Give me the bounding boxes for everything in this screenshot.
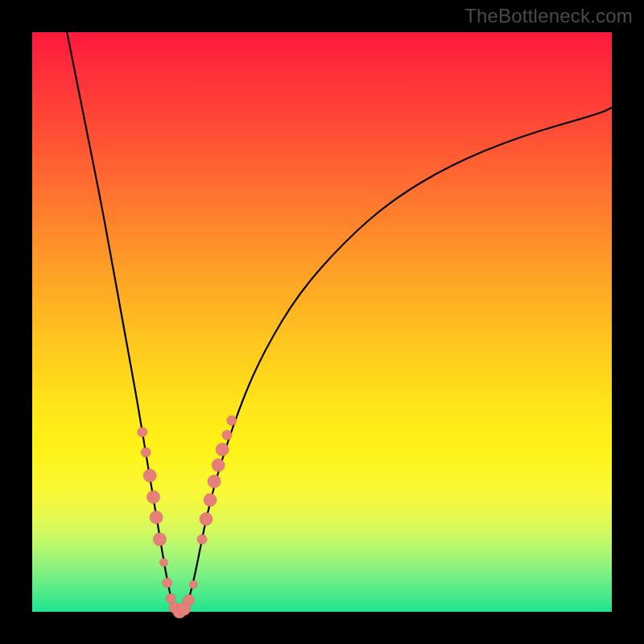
marker-layer xyxy=(138,415,237,618)
plot-area xyxy=(32,32,612,612)
watermark-label: TheBottleneck.com xyxy=(464,5,633,27)
data-marker xyxy=(216,443,229,456)
data-marker xyxy=(141,448,151,457)
data-marker xyxy=(208,475,221,488)
data-marker xyxy=(159,559,167,567)
data-marker xyxy=(200,513,213,526)
chart-svg xyxy=(32,32,612,612)
data-marker xyxy=(189,580,197,588)
data-marker xyxy=(166,593,175,603)
data-marker xyxy=(222,430,232,440)
chart-frame: TheBottleneck.com xyxy=(0,0,644,644)
data-marker xyxy=(227,415,237,425)
data-marker xyxy=(204,493,217,506)
bottleneck-curve xyxy=(67,32,612,612)
data-marker xyxy=(163,578,172,588)
data-marker xyxy=(212,459,225,472)
data-marker xyxy=(143,469,156,482)
data-marker xyxy=(197,535,207,544)
data-marker xyxy=(183,595,194,606)
data-marker xyxy=(147,490,159,503)
data-marker xyxy=(138,427,147,437)
data-marker xyxy=(153,533,166,546)
data-marker xyxy=(150,511,163,524)
